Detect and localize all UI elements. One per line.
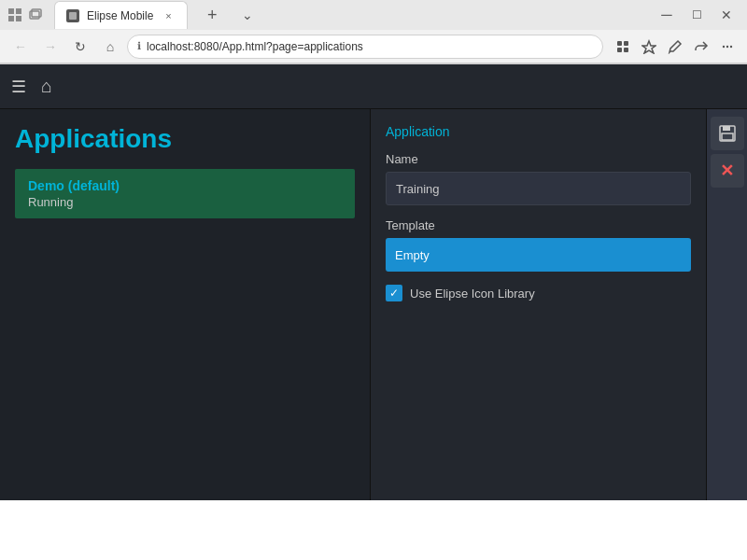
- template-form-group: Template Empty: [386, 218, 691, 272]
- close-panel-button[interactable]: ✕: [711, 154, 744, 188]
- minimize-button[interactable]: ─: [654, 6, 680, 24]
- close-window-button[interactable]: ✕: [713, 6, 740, 24]
- tab-title: Elipse Mobile: [87, 9, 153, 22]
- svg-point-13: [726, 45, 728, 47]
- elipse-icon-library-checkbox[interactable]: ✓: [386, 285, 402, 301]
- checkbox-row[interactable]: ✓ Use Elipse Icon Library: [386, 285, 691, 301]
- forward-button[interactable]: →: [37, 34, 63, 60]
- app-body: Applications Demo (default) Running Appl…: [0, 109, 747, 500]
- browser-tab[interactable]: Elipse Mobile ×: [54, 1, 188, 29]
- url-text: localhost:8080/App.html?page=application…: [147, 40, 363, 53]
- new-tab-button[interactable]: +: [199, 2, 225, 28]
- svg-point-14: [730, 45, 732, 47]
- list-item-name: Demo (default): [28, 178, 342, 193]
- checkbox-label: Use Elipse Icon Library: [410, 287, 535, 301]
- app-home-icon[interactable]: ⌂: [41, 76, 52, 97]
- panel-section-title: Application: [386, 124, 691, 139]
- template-label: Template: [386, 218, 691, 232]
- browser-chrome: Elipse Mobile × + ⌄ ─ ☐ ✕ ← → ↻ ⌂ ℹ loca…: [0, 0, 747, 64]
- name-input[interactable]: [386, 172, 691, 205]
- browser-menu-icon[interactable]: [715, 35, 740, 59]
- tab-restore-icon[interactable]: [28, 7, 43, 22]
- page-title: Applications: [15, 124, 355, 154]
- title-bar-icons: [7, 7, 43, 22]
- svg-point-12: [723, 45, 725, 47]
- template-select[interactable]: Empty: [386, 238, 691, 272]
- back-button[interactable]: ←: [7, 34, 34, 60]
- svg-rect-16: [723, 126, 730, 131]
- url-info-icon: ℹ: [137, 40, 141, 52]
- svg-rect-2: [8, 16, 14, 21]
- svg-rect-17: [722, 133, 733, 140]
- svg-rect-1: [16, 8, 21, 14]
- name-label: Name: [386, 152, 691, 166]
- restore-button[interactable]: ☐: [684, 6, 710, 24]
- close-icon: ✕: [720, 161, 734, 181]
- browser-actions: [611, 35, 740, 59]
- svg-rect-0: [8, 8, 14, 14]
- url-input[interactable]: ℹ localhost:8080/App.html?page=applicati…: [127, 35, 603, 59]
- pen-icon[interactable]: [663, 35, 687, 59]
- side-actions: ✕: [706, 109, 747, 500]
- name-form-group: Name: [386, 152, 691, 205]
- title-bar: Elipse Mobile × + ⌄ ─ ☐ ✕: [0, 0, 747, 30]
- refresh-button[interactable]: ↻: [67, 34, 93, 60]
- svg-rect-9: [617, 48, 622, 52]
- bookmark-icon[interactable]: [637, 35, 661, 59]
- window-icon: [7, 7, 22, 22]
- svg-marker-11: [642, 41, 655, 53]
- list-item-status: Running: [28, 195, 342, 209]
- app-area: ☰ ⌂ Applications Demo (default) Running …: [0, 64, 747, 500]
- address-bar: ← → ↻ ⌂ ℹ localhost:8080/App.html?page=a…: [0, 30, 747, 63]
- svg-rect-7: [617, 41, 622, 46]
- right-panel: Application Name Template Empty ✓ Use El…: [370, 109, 706, 500]
- list-item[interactable]: Demo (default) Running: [15, 169, 355, 218]
- checkbox-check-icon: ✓: [389, 287, 399, 299]
- tab-favicon: [66, 9, 79, 22]
- hamburger-menu-icon[interactable]: ☰: [11, 78, 26, 95]
- tab-menu-button[interactable]: ⌄: [234, 2, 261, 28]
- app-main: Applications Demo (default) Running: [0, 109, 370, 500]
- svg-rect-6: [69, 12, 77, 20]
- tab-close-button[interactable]: ×: [161, 8, 176, 23]
- share-icon[interactable]: [689, 35, 713, 59]
- svg-rect-3: [16, 16, 21, 21]
- save-button[interactable]: [711, 117, 744, 150]
- app-toolbar: ☰ ⌂: [0, 64, 747, 109]
- collections-icon[interactable]: [611, 35, 635, 59]
- svg-rect-10: [624, 48, 628, 52]
- svg-rect-8: [624, 41, 628, 46]
- home-button[interactable]: ⌂: [97, 34, 123, 60]
